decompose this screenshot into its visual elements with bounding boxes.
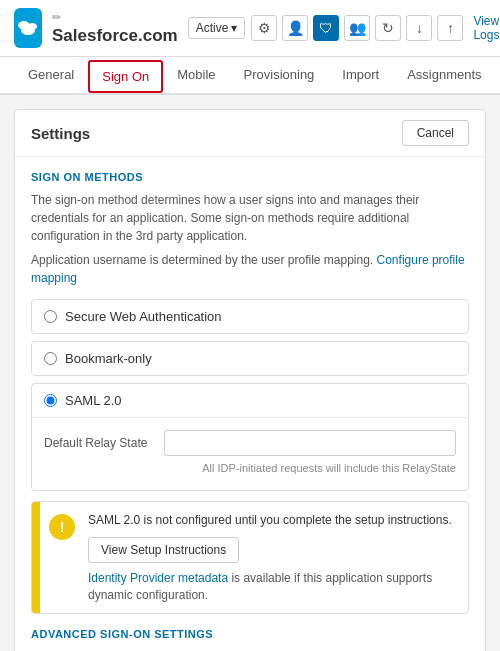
saml-fields: Default Relay State All IDP-initiated re… <box>32 418 468 490</box>
tab-assignments[interactable]: Assignments <box>393 57 495 95</box>
tab-import[interactable]: Import <box>328 57 393 95</box>
warning-icon-area: ! <box>40 502 84 613</box>
sign-on-methods-title: SIGN ON METHODS <box>31 171 469 183</box>
warning-box: ! SAML 2.0 is not configured until you c… <box>31 501 469 614</box>
cancel-button[interactable]: Cancel <box>402 120 469 146</box>
shield-icon-btn[interactable]: 🛡 <box>313 15 339 41</box>
settings-icon-btn[interactable]: ⚙ <box>251 15 277 41</box>
advanced-title: ADVANCED SIGN-ON SETTINGS <box>31 628 469 640</box>
view-logs-link[interactable]: View Logs <box>473 14 499 42</box>
warning-content: SAML 2.0 is not configured until you com… <box>84 502 468 613</box>
desc2-text: Application username is determined by th… <box>31 253 373 267</box>
user-group-icon-btn[interactable]: 👥 <box>344 15 370 41</box>
settings-header: Settings Cancel <box>15 110 485 157</box>
saml-header[interactable]: SAML 2.0 <box>32 384 468 418</box>
header-icons: ⚙ 👤 🛡 👥 ↻ ↓ ↑ <box>251 15 463 41</box>
pencil-icon[interactable]: ✏ <box>52 11 61 24</box>
warning-text: SAML 2.0 is not configured until you com… <box>88 512 456 529</box>
relay-hint: All IDP-initiated requests will include … <box>164 462 456 474</box>
settings-body: SIGN ON METHODS The sign-on method deter… <box>15 157 485 651</box>
edit-icon-row: ✏ <box>52 11 178 24</box>
relay-state-row: Default Relay State <box>44 430 456 456</box>
saml-expanded-section: SAML 2.0 Default Relay State All IDP-ini… <box>31 383 469 491</box>
warning-icon: ! <box>49 514 75 540</box>
tab-provisioning[interactable]: Provisioning <box>230 57 329 95</box>
settings-card: Settings Cancel SIGN ON METHODS The sign… <box>14 109 486 651</box>
header-controls: Active ▾ ⚙ 👤 🛡 👥 ↻ ↓ ↑ View Logs <box>188 14 500 42</box>
app-header: ✏ Salesforce.com Active ▾ ⚙ 👤 🛡 👥 ↻ ↓ ↑ … <box>0 0 500 57</box>
idp-text: Identity Provider metadata is available … <box>88 570 456 604</box>
app-title-area: ✏ Salesforce.com <box>52 11 178 46</box>
radio-swa-input[interactable] <box>44 310 57 323</box>
tabs-bar: General Sign On Mobile Provisioning Impo… <box>0 57 500 95</box>
person-icon-btn[interactable]: 👤 <box>282 15 308 41</box>
refresh-icon-btn[interactable]: ↻ <box>375 15 401 41</box>
chevron-down-icon: ▾ <box>231 21 237 35</box>
radio-secure-web[interactable]: Secure Web Authentication <box>31 299 469 334</box>
radio-bookmark-input[interactable] <box>44 352 57 365</box>
warning-stripe <box>32 502 40 613</box>
relay-state-label: Default Relay State <box>44 436 154 450</box>
app-title: Salesforce.com <box>52 26 178 46</box>
upload-icon-btn[interactable]: ↑ <box>437 15 463 41</box>
status-dropdown[interactable]: Active ▾ <box>188 17 246 39</box>
tab-mobile[interactable]: Mobile <box>163 57 229 95</box>
radio-saml-label: SAML 2.0 <box>65 393 122 408</box>
radio-bookmark-label: Bookmark-only <box>65 351 152 366</box>
relay-state-input[interactable] <box>164 430 456 456</box>
idp-metadata-link[interactable]: Identity Provider metadata <box>88 571 228 585</box>
advanced-section: ADVANCED SIGN-ON SETTINGS These fields m… <box>31 628 469 651</box>
sign-on-desc1: The sign-on method determines how a user… <box>31 191 469 245</box>
tab-sign-on[interactable]: Sign On <box>88 60 163 93</box>
svg-point-3 <box>21 27 35 35</box>
sign-on-desc2: Application username is determined by th… <box>31 251 469 287</box>
radio-saml-input[interactable] <box>44 394 57 407</box>
main-content: Settings Cancel SIGN ON METHODS The sign… <box>0 95 500 651</box>
view-setup-instructions-button[interactable]: View Setup Instructions <box>88 537 239 563</box>
tab-general[interactable]: General <box>14 57 88 95</box>
radio-bookmark[interactable]: Bookmark-only <box>31 341 469 376</box>
radio-swa-label: Secure Web Authentication <box>65 309 222 324</box>
status-label: Active <box>196 21 229 35</box>
settings-title: Settings <box>31 125 90 142</box>
app-logo <box>14 8 42 48</box>
download-icon-btn[interactable]: ↓ <box>406 15 432 41</box>
